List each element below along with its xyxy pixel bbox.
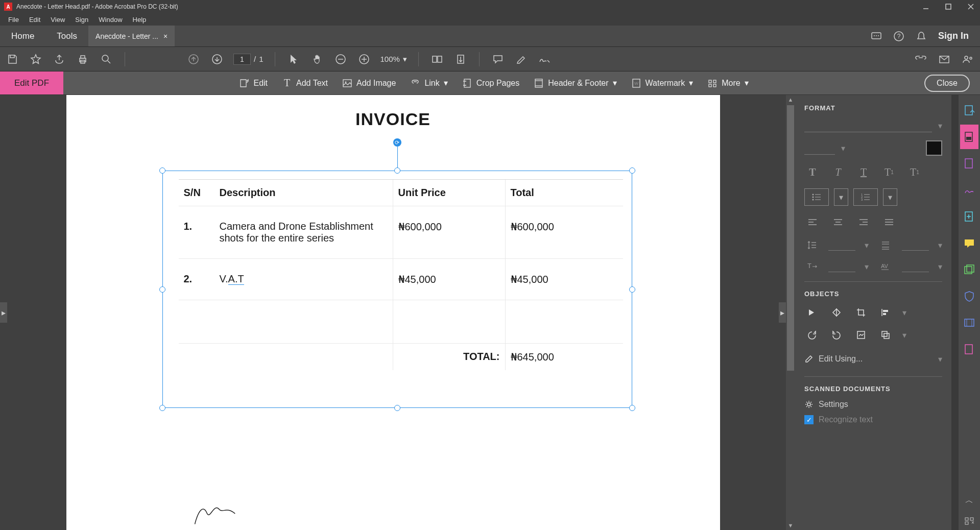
resize-handle-mr[interactable]: [629, 286, 635, 293]
add-image-tool[interactable]: Add Image: [342, 78, 396, 88]
scroll-down-icon[interactable]: ▼: [786, 521, 795, 530]
combine-tool[interactable]: [960, 257, 978, 282]
close-window-button[interactable]: [966, 2, 976, 12]
scroll-thumb[interactable]: [787, 105, 794, 371]
panel-scrollbar[interactable]: [951, 95, 959, 530]
edit-tool[interactable]: Edit: [239, 78, 268, 88]
character-spacing-select[interactable]: [902, 261, 929, 272]
close-tab-icon[interactable]: ×: [163, 32, 168, 40]
organize-tool[interactable]: [960, 204, 978, 229]
edit-pdf-tool[interactable]: [960, 125, 978, 149]
edit-using-button[interactable]: Edit Using... ▾: [804, 350, 942, 368]
menu-view[interactable]: View: [45, 14, 70, 26]
replace-image-button[interactable]: [853, 327, 869, 343]
zoom-out-icon[interactable]: [333, 52, 348, 66]
zoom-in-icon[interactable]: [357, 52, 371, 66]
color-swatch[interactable]: [926, 140, 942, 156]
number-list-dropdown[interactable]: ▾: [883, 188, 897, 206]
bullet-list-dropdown[interactable]: ▾: [834, 188, 848, 206]
save-icon[interactable]: [5, 52, 19, 66]
export-pdf-tool[interactable]: [960, 151, 978, 176]
link-tool[interactable]: Link▾: [410, 78, 447, 88]
redact-tool[interactable]: [960, 337, 978, 362]
collapse-rail-button[interactable]: ︿: [960, 491, 978, 510]
horizontal-scale-select[interactable]: [828, 261, 855, 272]
resize-handle-bm[interactable]: [394, 405, 400, 411]
fill-sign-tool[interactable]: [960, 178, 978, 202]
rotate-ccw-button[interactable]: [804, 327, 820, 343]
menu-window[interactable]: Window: [93, 14, 127, 26]
underline-button[interactable]: T: [855, 164, 872, 180]
paragraph-spacing-select[interactable]: [902, 239, 929, 251]
settings-button[interactable]: Settings: [804, 400, 942, 409]
subscript-button[interactable]: T1: [906, 164, 923, 180]
align-right-button[interactable]: [855, 214, 872, 230]
scroll-up-icon[interactable]: ▲: [786, 95, 795, 104]
align-objects-button[interactable]: [878, 305, 893, 320]
more-tool[interactable]: More▾: [707, 78, 748, 88]
document-scrollbar[interactable]: ▲ ▼: [786, 95, 795, 530]
bold-button[interactable]: T: [804, 164, 821, 180]
italic-button[interactable]: T: [830, 164, 846, 180]
rail-more-button[interactable]: ×: [960, 512, 978, 530]
share-icon[interactable]: [52, 52, 66, 66]
close-editpdf-button[interactable]: Close: [924, 75, 970, 92]
comment-icon[interactable]: [491, 52, 505, 66]
highlight-icon[interactable]: [514, 52, 529, 66]
chat-icon[interactable]: [871, 31, 882, 42]
zoom-select[interactable]: 100%▾: [380, 55, 407, 64]
menu-help[interactable]: Help: [128, 14, 152, 26]
font-family-select[interactable]: [804, 119, 932, 132]
menu-edit[interactable]: Edit: [24, 14, 45, 26]
sign-in-button[interactable]: Sign In: [938, 31, 969, 41]
document-viewport[interactable]: ▸ INVOICE ⟳ S/N Description Unit Price: [0, 95, 786, 530]
align-justify-button[interactable]: [881, 214, 897, 230]
crop-object-button[interactable]: [853, 305, 869, 320]
rotate-cw-button[interactable]: [829, 327, 844, 343]
resize-handle-br[interactable]: [629, 405, 635, 411]
comment-tool[interactable]: [960, 231, 978, 255]
right-panel-toggle[interactable]: ▸: [779, 302, 786, 323]
maximize-button[interactable]: [943, 2, 953, 12]
align-center-button[interactable]: [830, 214, 846, 230]
add-text-tool[interactable]: TAdd Text: [282, 78, 328, 88]
document-tab[interactable]: Anecdote - Letter ... ×: [88, 26, 175, 46]
watermark-tool[interactable]: WWatermark▾: [631, 78, 694, 88]
resize-handle-tl[interactable]: [159, 167, 165, 174]
left-panel-toggle[interactable]: ▸: [0, 302, 7, 323]
arrange-button[interactable]: [878, 327, 893, 343]
number-list-button[interactable]: 123: [853, 188, 878, 206]
people-icon[interactable]: [961, 52, 975, 66]
help-icon[interactable]: ?: [893, 31, 904, 42]
bullet-list-button[interactable]: [804, 188, 829, 206]
menu-sign[interactable]: Sign: [70, 14, 93, 26]
email-icon[interactable]: [937, 52, 951, 66]
align-left-button[interactable]: [804, 214, 821, 230]
search-icon[interactable]: [99, 52, 113, 66]
link-share-icon[interactable]: [914, 52, 928, 66]
header-footer-tool[interactable]: Header & Footer▾: [534, 78, 616, 88]
home-tab[interactable]: Home: [0, 26, 45, 46]
sign-icon[interactable]: [538, 52, 552, 66]
line-spacing-select[interactable]: [828, 239, 855, 251]
scroll-mode-icon[interactable]: [453, 52, 468, 66]
protect-tool[interactable]: [960, 284, 978, 308]
flip-horizontal-button[interactable]: [829, 305, 844, 320]
font-size-select[interactable]: [804, 141, 835, 155]
crop-pages-tool[interactable]: Crop Pages: [462, 78, 520, 88]
flip-vertical-button[interactable]: [804, 305, 820, 320]
menu-file[interactable]: File: [3, 14, 24, 26]
fit-width-icon[interactable]: [430, 52, 444, 66]
resize-handle-tm[interactable]: [394, 167, 400, 174]
page-number-input[interactable]: [233, 54, 251, 65]
hand-tool-icon[interactable]: [310, 52, 324, 66]
recognize-text-checkbox[interactable]: ✓ Recognize text: [804, 415, 942, 424]
minimize-button[interactable]: [921, 2, 931, 12]
rotation-handle[interactable]: ⟳: [393, 138, 401, 147]
resize-handle-bl[interactable]: [159, 405, 165, 411]
create-pdf-tool[interactable]: [960, 98, 978, 123]
resize-handle-ml[interactable]: [159, 286, 165, 293]
media-tool[interactable]: [960, 310, 978, 335]
tools-tab[interactable]: Tools: [45, 26, 88, 46]
prev-page-icon[interactable]: [186, 52, 201, 66]
